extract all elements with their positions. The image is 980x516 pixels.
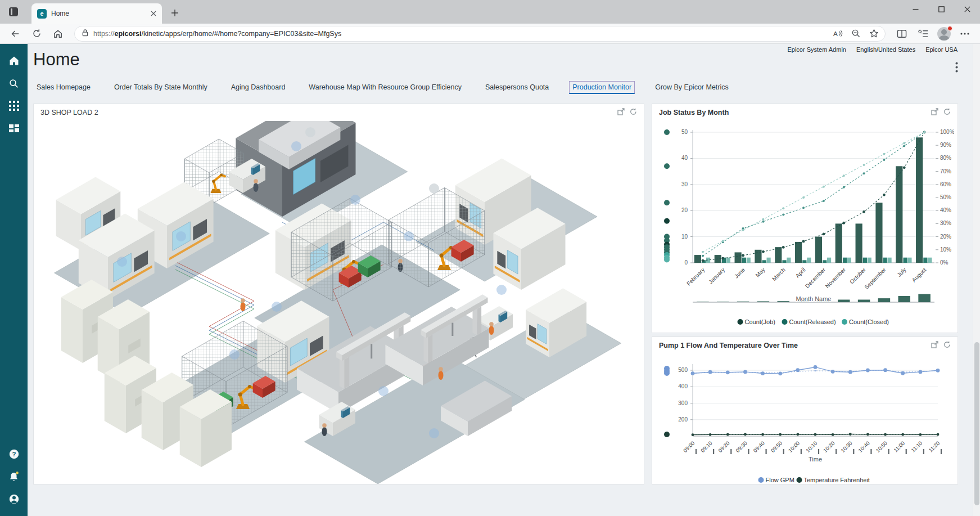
minimize-icon[interactable] [902,0,928,18]
browser-toolbar: https://epicorsi/kinetic/apps/erp/home/#… [0,24,980,44]
profile-notification-dot [947,26,952,31]
view-tab-warehouse-map-with-resource-group-efficiency[interactable]: Warehouse Map With Resource Group Effici… [305,81,465,94]
svg-text:09:00: 09:00 [682,440,696,454]
svg-text:March: March [771,267,786,282]
shop-floor-illustration [40,121,638,484]
svg-text:09:20: 09:20 [717,440,731,454]
svg-text:500: 500 [678,367,688,373]
svg-text:Count(Closed): Count(Closed) [849,318,889,325]
job-status-chart: 010203040500%10%20%30%40%50%60%70%80%90%… [657,122,954,331]
popout-icon[interactable] [931,107,938,118]
svg-text:Time: Time [809,456,822,463]
pump-chart: 20030040050009:0009:1009:2009:3009:4009:… [657,354,954,483]
view-tab-aging-dashboard[interactable]: Aging Dashboard [228,81,289,94]
panel-refresh-icon[interactable] [943,107,951,118]
svg-text:?: ? [12,451,16,457]
svg-text:10: 10 [681,234,688,240]
sidebar-home-icon[interactable] [3,50,25,72]
svg-text:Count(Job): Count(Job) [745,318,775,325]
svg-text:October: October [848,266,867,285]
pump-panel: Pump 1 Flow And Temperature Over Time 20… [652,336,958,484]
svg-text:10:20: 10:20 [822,440,836,454]
favorites-star-icon[interactable] [865,26,883,41]
browser-chrome: e Home https://epicorsi/kinetic/apps/erp… [0,0,980,44]
svg-text:July: July [896,267,907,278]
svg-text:November: November [824,266,847,289]
lock-icon[interactable] [82,29,89,39]
popout-icon[interactable] [931,340,938,351]
svg-text:100%: 100% [940,129,954,135]
browser-tab[interactable]: e Home [31,3,162,24]
sidebar-notifications-icon[interactable] [3,465,25,488]
svg-text:09:30: 09:30 [734,440,748,454]
job-status-title: Job Status By Month [659,109,729,116]
address-bar[interactable]: https://epicorsi/kinetic/apps/erp/home/#… [74,26,886,42]
dashboard-tabstrip: Sales HomepageOrder Totals By State Mont… [33,81,732,94]
sidebar-account-icon[interactable] [3,488,25,510]
view-tab-sales-homepage[interactable]: Sales Homepage [33,81,94,94]
svg-text:A: A [833,30,838,37]
browser-tab-bar: e Home [0,0,980,24]
page-scrollbar[interactable] [973,44,980,516]
browser-home-icon[interactable] [47,25,69,42]
workspaces-icon[interactable] [7,5,20,19]
svg-text:50: 50 [681,129,688,135]
read-aloud-icon[interactable]: A [829,26,847,41]
app-sidebar: ? [0,44,28,516]
refresh-icon[interactable] [26,25,47,42]
collections-icon[interactable] [913,25,934,42]
scrollbar-thumb[interactable] [974,342,979,505]
svg-text:10:10: 10:10 [805,440,819,454]
sidebar-search-icon[interactable] [3,72,25,95]
svg-text:80%: 80% [940,155,951,161]
svg-text:January: January [707,267,726,285]
svg-text:30: 30 [681,181,688,187]
panel-refresh-icon[interactable] [630,107,637,118]
url-text[interactable]: https://epicorsi/kinetic/apps/erp/home/#… [93,30,829,38]
sidebar-apps-grid-icon[interactable] [3,95,25,117]
panel-refresh-icon[interactable] [943,340,951,351]
popout-icon[interactable] [617,107,625,118]
svg-text:70%: 70% [940,168,951,174]
svg-text:09:50: 09:50 [770,440,784,454]
svg-text:0%: 0% [940,259,949,266]
sidebar-help-icon[interactable]: ? [3,443,25,465]
overflow-menu-icon[interactable] [951,61,962,73]
close-window-icon[interactable] [954,0,980,18]
svg-text:40%: 40% [940,207,951,213]
svg-text:June: June [733,266,746,279]
zoom-out-icon[interactable] [847,26,865,41]
maximize-icon[interactable] [928,0,954,18]
svg-text:Count(Released): Count(Released) [789,318,836,325]
epicor-favicon-icon: e [37,9,47,19]
view-tab-salespersons-quota[interactable]: Salespersons Quota [482,81,552,94]
company-selector[interactable]: Epicor USA [925,46,958,53]
profile-avatar[interactable] [934,25,954,42]
more-options-icon[interactable] [954,25,976,42]
svg-text:August: August [911,266,928,283]
sidebar-dashboards-icon[interactable] [3,117,25,140]
page-title: Home [33,50,80,70]
split-screen-icon[interactable] [891,25,913,42]
language-selector[interactable]: English/United States [856,46,915,53]
svg-text:30%: 30% [940,220,951,226]
view-tab-grow-by-epicor-metrics[interactable]: Grow By Epicor Metrics [652,81,732,94]
view-tab-order-totals-by-state-monthly[interactable]: Order Totals By State Monthly [111,81,211,94]
svg-text:09:10: 09:10 [699,440,713,454]
account-bar: Epicor System Admin English/United State… [787,46,958,53]
pump-title: Pump 1 Flow And Temperature Over Time [659,342,798,349]
svg-text:11:00: 11:00 [892,440,906,454]
svg-text:200: 200 [678,416,688,423]
new-tab-button[interactable] [168,6,182,20]
view-tab-production-monitor[interactable]: Production Monitor [569,81,635,94]
svg-text:September: September [863,266,887,290]
job-status-panel: Job Status By Month 010203040500%10%20%3… [652,104,958,333]
back-icon[interactable] [4,25,26,42]
user-menu[interactable]: Epicor System Admin [787,46,846,53]
app-root: ? Epicor System Admin English/United Sta… [0,44,980,516]
svg-text:11:20: 11:20 [927,440,941,454]
svg-text:60%: 60% [940,181,951,187]
svg-text:400: 400 [678,383,688,389]
svg-text:300: 300 [678,400,688,406]
tab-close-icon[interactable] [151,8,156,19]
